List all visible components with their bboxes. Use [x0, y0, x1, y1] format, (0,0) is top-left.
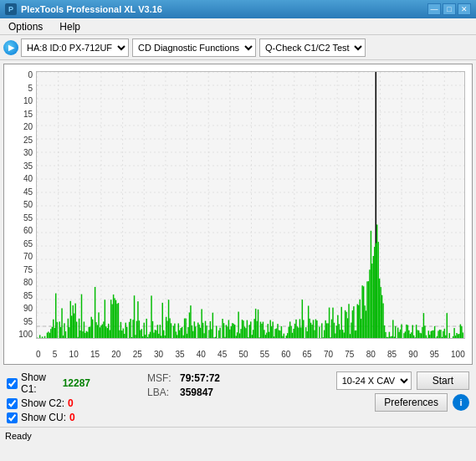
x-label-70: 70 [324, 350, 333, 359]
y-label-0: 0 [28, 71, 33, 79]
x-label-80: 80 [366, 350, 376, 359]
maximize-button[interactable]: □ [443, 3, 456, 15]
y-label-85: 85 [23, 292, 33, 300]
menu-options[interactable]: Options [3, 19, 48, 34]
x-label-5: 5 [53, 350, 58, 359]
y-label-45: 45 [23, 188, 33, 197]
msf-line: MSF: 79:57:72 [147, 372, 330, 384]
status-text: Ready [5, 431, 32, 441]
y-label-65: 65 [23, 240, 33, 248]
title-bar-left: P PlexTools Professional XL V3.16 [5, 3, 162, 15]
x-label-25: 25 [133, 350, 142, 359]
menu-bar: Options Help [0, 18, 476, 35]
lba-label: LBA: [147, 387, 177, 398]
x-label-30: 30 [154, 350, 163, 359]
y-label-55: 55 [23, 214, 33, 223]
y-label-30: 30 [23, 149, 33, 157]
speed-select[interactable]: 10-24 X CAV [336, 371, 412, 390]
y-label-100: 100 [18, 330, 33, 339]
window-controls: — □ ✕ [427, 3, 471, 15]
y-label-75: 75 [23, 266, 33, 274]
test-select[interactable]: Q-Check C1/C2 Test [259, 38, 366, 57]
y-label-20: 20 [23, 123, 33, 131]
y-label-10: 10 [23, 97, 33, 105]
y-label-90: 90 [23, 305, 33, 313]
x-label-65: 65 [303, 350, 312, 359]
c2-label: Show C2: [21, 397, 64, 409]
device-icon: ▶ [3, 40, 18, 55]
x-label-90: 90 [408, 350, 417, 359]
y-axis-labels: 100 95 90 85 80 75 70 65 60 55 50 45 40 … [6, 71, 33, 339]
y-label-80: 80 [23, 279, 33, 287]
x-label-0: 0 [36, 350, 41, 359]
right-controls: 10-24 X CAV Start Preferences i [336, 371, 469, 412]
cu-checkbox[interactable] [7, 412, 18, 423]
title-bar: P PlexTools Professional XL V3.16 — □ ✕ [0, 0, 476, 18]
x-label-95: 95 [430, 350, 439, 359]
x-label-85: 85 [387, 350, 397, 359]
preferences-button[interactable]: Preferences [375, 393, 448, 412]
x-label-75: 75 [345, 350, 354, 359]
x-label-35: 35 [175, 350, 184, 359]
bottom-panel: Show C1: 12287 Show C2: 0 Show CU: 0 MSF… [0, 368, 476, 427]
c1-row: Show C1: 12287 [7, 371, 90, 395]
function-select[interactable]: CD Diagnostic Functions [132, 38, 256, 57]
x-label-60: 60 [281, 350, 290, 359]
y-label-70: 70 [23, 253, 33, 261]
x-label-40: 40 [197, 350, 206, 359]
y-label-15: 15 [23, 110, 33, 119]
c2-row: Show C2: 0 [7, 397, 90, 409]
y-label-60: 60 [23, 227, 33, 235]
c1-value: 12287 [63, 377, 90, 389]
minimize-button[interactable]: — [427, 3, 441, 15]
x-label-55: 55 [260, 350, 269, 359]
y-label-5: 5 [28, 85, 33, 93]
x-label-45: 45 [218, 350, 227, 359]
c1-label: Show C1: [21, 371, 59, 395]
menu-help[interactable]: Help [54, 19, 85, 34]
lba-value: 359847 [180, 387, 213, 398]
chart-container: 100 95 90 85 80 75 70 65 60 55 50 45 40 … [3, 64, 473, 365]
status-bar: Ready [0, 427, 476, 443]
y-label-50: 50 [23, 201, 33, 209]
chart-area [36, 71, 465, 339]
c1-checkbox[interactable] [7, 378, 18, 389]
x-label-100: 100 [451, 350, 465, 359]
toolbar: ▶ HA:8 ID:0 PX-712UF CD Diagnostic Funct… [0, 35, 476, 60]
y-label-95: 95 [23, 318, 33, 326]
info-button[interactable]: i [453, 394, 469, 411]
msf-label: MSF: [147, 372, 177, 384]
x-axis-labels: 0 5 10 15 20 25 30 35 40 45 50 55 60 65 … [36, 350, 465, 359]
toolbar-device: ▶ HA:8 ID:0 PX-712UF [3, 38, 129, 57]
app-icon: P [5, 3, 17, 15]
close-button[interactable]: ✕ [458, 3, 471, 15]
c2-checkbox[interactable] [7, 398, 18, 409]
chart-canvas [37, 72, 465, 339]
start-button[interactable]: Start [417, 371, 469, 390]
y-label-40: 40 [23, 175, 33, 183]
x-label-50: 50 [238, 350, 248, 359]
app-title: PlexTools Professional XL V3.16 [21, 4, 162, 14]
lba-line: LBA: 359847 [147, 387, 330, 398]
x-label-10: 10 [69, 350, 79, 359]
y-label-25: 25 [23, 136, 33, 145]
cu-value: 0 [69, 412, 75, 423]
x-label-20: 20 [111, 350, 120, 359]
device-select[interactable]: HA:8 ID:0 PX-712UF [21, 38, 129, 57]
cu-row: Show CU: 0 [7, 412, 90, 423]
x-label-15: 15 [90, 350, 100, 359]
cu-label: Show CU: [21, 412, 66, 423]
c2-value: 0 [68, 397, 74, 409]
msf-value: 79:57:72 [180, 372, 220, 384]
y-label-35: 35 [23, 162, 33, 171]
